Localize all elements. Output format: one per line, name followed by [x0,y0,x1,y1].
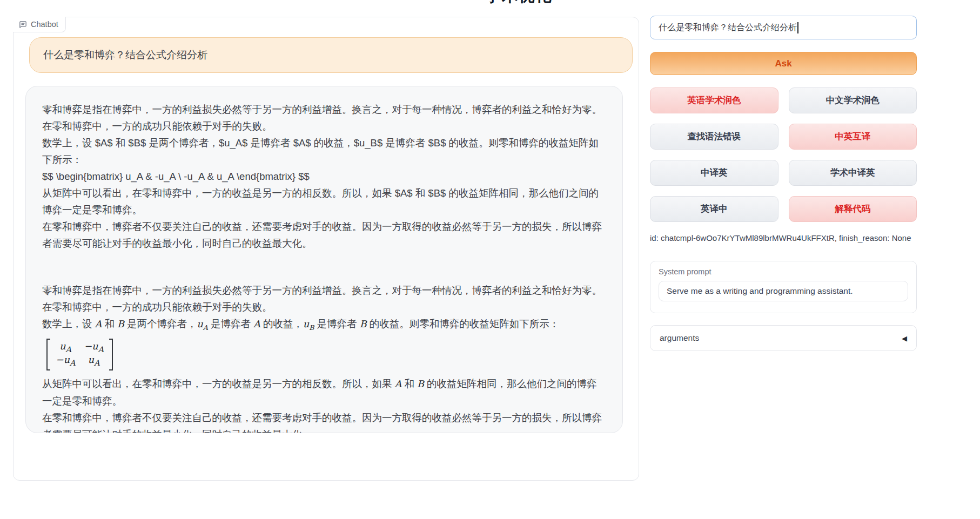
bot-paragraph: 零和博弈是指在博弈中，一方的利益损失必然等于另一方的利益增益。换言之，对于每一种… [42,101,606,134]
math-var: A [253,319,260,329]
action-explain-code[interactable]: 解释代码 [789,196,917,222]
rendered-matrix: uA −uA −uA uA [46,339,113,370]
matrix-cell: −uA [84,341,103,355]
bot-paragraph-with-math: 从矩阵中可以看出，在零和博弈中，一方的收益是另一方的相反数。所以，如果 A 和 … [42,375,606,409]
action-zh-en-mutual-translate[interactable]: 中英互译 [789,124,917,150]
action-academic-zh-to-en[interactable]: 学术中译英 [789,160,917,186]
bot-paragraph-with-math: 数学上，设 A 和 B 是两个博弈者，uA 是博弈者 A 的收益，uB 是博弈者… [42,315,606,336]
chat-bubble-icon [19,21,27,29]
chatbot-label: Chatbot [13,17,66,32]
matrix-cell: −uA [56,354,75,368]
latex-source-line: $$ \begin{bmatrix} u_A & -u_A \ -u_A & u… [42,168,606,185]
matrix-cell: uA [59,341,71,355]
chatbot-panel: Chatbot 什么是零和博弈？结合公式介绍分析 零和博弈是指在博弈中，一方的利… [13,17,639,481]
action-zh-to-en[interactable]: 中译英 [650,160,778,186]
system-prompt-value: Serve me as a writing and programming as… [667,286,853,295]
text-caret [797,22,798,33]
user-message-text: 什么是零和博弈？结合公式介绍分析 [43,48,207,62]
math-var: A [395,379,402,389]
matrix-right-bracket [109,339,113,370]
arguments-accordion[interactable]: arguments ◀ [650,325,917,351]
math-var: B [360,319,367,329]
bot-paragraph: 在零和博弈中，博弈者不仅要关注自己的收益，还需要考虑对手的收益。因为一方取得的收… [42,409,606,433]
action-en-to-zh[interactable]: 英译中 [650,196,778,222]
math-var: u [303,319,309,329]
action-chinese-academic-polish[interactable]: 中文学术润色 [789,87,917,113]
accordion-label: arguments [660,333,699,343]
prompt-input[interactable]: 什么是零和博弈？结合公式介绍分析 [650,16,917,39]
system-prompt-input[interactable]: Serve me as a writing and programming as… [659,281,908,301]
ask-button[interactable]: Ask [650,52,917,75]
page-title-clipped: 学术优化 [485,0,552,4]
system-prompt-card: System prompt Serve me as a writing and … [650,261,917,313]
bot-paragraph: 从矩阵中可以看出，在零和博弈中，一方的收益是另一方的相反数。所以，如果 $A$ … [42,185,606,218]
bot-message-bubble: 零和博弈是指在博弈中，一方的利益损失必然等于另一方的利益增益。换言之，对于每一种… [25,86,623,433]
collapse-triangle-icon: ◀ [902,334,907,342]
math-var: B [117,319,124,329]
system-prompt-label: System prompt [659,267,908,276]
math-var: A [95,319,102,329]
action-find-grammar-errors[interactable]: 查找语法错误 [650,124,778,150]
chatbot-label-text: Chatbot [31,20,58,29]
bot-paragraph: 在零和博弈中，博弈者不仅要关注自己的收益，还需要考虑对手的收益。因为一方取得的收… [42,218,606,252]
app-root: 学术优化 Chatbot 什么是零和博弈？结合公式介绍分析 零和博弈是指在博弈中… [0,0,980,519]
math-var: u [197,319,203,329]
matrix-cell: uA [88,354,100,368]
bot-paragraph: 零和博弈是指在博弈中，一方的利益损失必然等于另一方的利益增益。换言之，对于每一种… [42,282,606,315]
completion-id-text: id: chatcmpl-6wOo7KrYTwMl89lbrMWRu4UkFFX… [650,233,952,242]
bot-paragraph: 数学上，设 $A$ 和 $B$ 是两个博弈者，$u_A$ 是博弈者 $A$ 的收… [42,134,606,168]
math-var: B [417,379,424,389]
matrix-left-bracket [46,339,50,370]
prompt-input-value: 什么是零和博弈？结合公式介绍分析 [659,22,797,33]
action-button-grid: 英语学术润色 中文学术润色 查找语法错误 中英互译 中译英 学术中译英 英译中 … [650,87,917,222]
action-english-academic-polish[interactable]: 英语学术润色 [650,87,778,113]
user-message-bubble: 什么是零和博弈？结合公式介绍分析 [29,37,633,73]
